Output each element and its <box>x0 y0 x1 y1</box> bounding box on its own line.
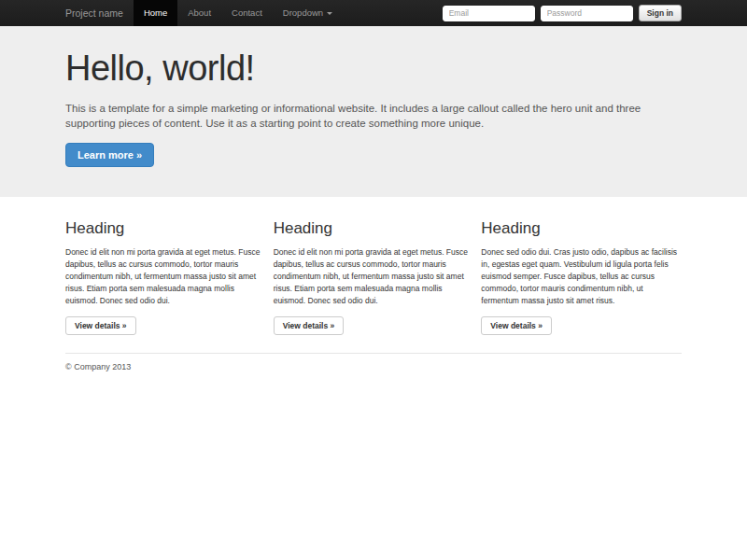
sign-in-button[interactable]: Sign in <box>639 5 682 21</box>
learn-more-button[interactable]: Learn more » <box>65 143 154 167</box>
copyright-text: © Company 2013 <box>65 362 682 371</box>
navbar: Project name Home About Contact Dropdown… <box>0 0 747 26</box>
main-content: Heading Donec id elit non mi porta gravi… <box>65 219 682 371</box>
view-details-button-1[interactable]: View details » <box>65 316 136 335</box>
footer-divider <box>65 353 682 354</box>
navbar-container: Project name Home About Contact Dropdown… <box>65 0 682 26</box>
column-body: Donec id elit non mi porta gravida at eg… <box>274 246 474 307</box>
marketing-column-2: Heading Donec id elit non mi porta gravi… <box>274 219 474 335</box>
caret-down-icon <box>327 12 332 15</box>
column-heading: Heading <box>481 219 682 238</box>
nav-item-label: About <box>188 0 211 26</box>
marketing-columns: Heading Donec id elit non mi porta gravi… <box>65 219 682 335</box>
view-details-button-3[interactable]: View details » <box>481 316 552 335</box>
marketing-column-3: Heading Donec sed odio dui. Cras justo o… <box>481 219 682 335</box>
signin-form: Sign in <box>443 0 682 26</box>
hero-unit: Hello, world! This is a template for a s… <box>0 26 747 197</box>
view-details-button-2[interactable]: View details » <box>274 316 345 335</box>
brand-link[interactable]: Project name <box>65 0 123 26</box>
marketing-column-1: Heading Donec id elit non mi porta gravi… <box>65 219 266 335</box>
column-heading: Heading <box>65 219 266 238</box>
main-nav: Home About Contact Dropdown <box>134 0 343 26</box>
column-body: Donec id elit non mi porta gravida at eg… <box>65 246 266 307</box>
hero-title: Hello, world! <box>65 49 682 90</box>
footer: © Company 2013 <box>65 362 682 371</box>
column-body: Donec sed odio dui. Cras justo odio, dap… <box>481 246 682 307</box>
nav-item-label: Contact <box>232 0 262 26</box>
nav-item-dropdown[interactable]: Dropdown <box>273 0 343 26</box>
nav-item-home[interactable]: Home <box>134 0 177 26</box>
nav-item-label: Dropdown <box>283 0 323 26</box>
nav-item-label: Home <box>144 0 167 26</box>
nav-item-contact[interactable]: Contact <box>221 0 273 26</box>
column-heading: Heading <box>274 219 474 238</box>
hero-description: This is a template for a simple marketin… <box>65 101 682 131</box>
password-field[interactable] <box>541 6 633 21</box>
nav-item-about[interactable]: About <box>177 0 221 26</box>
email-field[interactable] <box>443 6 535 21</box>
